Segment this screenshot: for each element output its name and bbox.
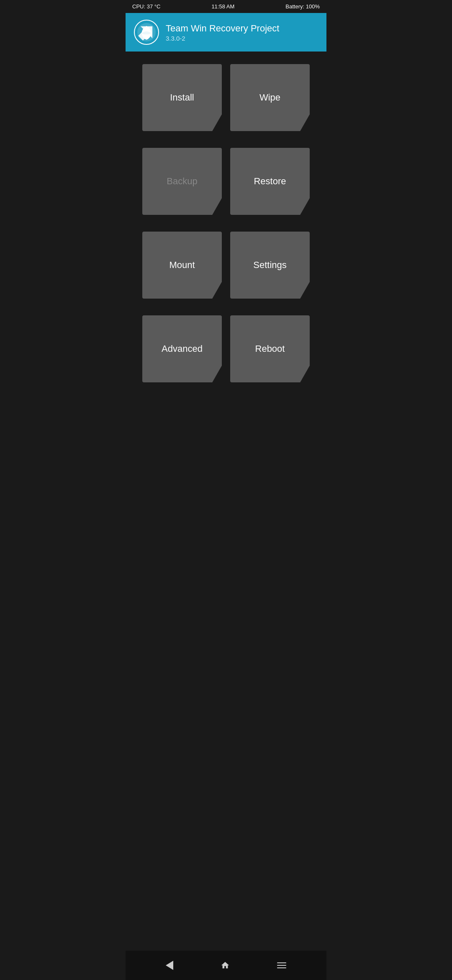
menu-nav-button[interactable] xyxy=(277,962,286,968)
time-display: 11:58 AM xyxy=(211,3,234,10)
app-title: Team Win Recovery Project xyxy=(166,23,279,34)
cpu-status: CPU: 37 °C xyxy=(132,3,160,10)
mount-button[interactable]: Mount xyxy=(142,232,222,299)
menu-icon xyxy=(277,962,286,968)
app-logo-icon xyxy=(134,20,159,45)
wipe-button[interactable]: Wipe xyxy=(230,64,310,131)
app-version: 3.3.0-2 xyxy=(166,35,279,42)
button-row-4: Advanced Reboot xyxy=(142,315,310,382)
nav-bar xyxy=(126,951,326,980)
menu-line-2 xyxy=(277,965,286,966)
install-button[interactable]: Install xyxy=(142,64,222,131)
home-icon xyxy=(221,961,230,970)
button-row-3: Mount Settings xyxy=(142,232,310,299)
battery-status: Battery: 100% xyxy=(285,3,320,10)
home-nav-button[interactable] xyxy=(221,961,230,970)
back-icon xyxy=(166,961,173,970)
menu-line-3 xyxy=(277,967,286,968)
button-row-1: Install Wipe xyxy=(142,64,310,131)
back-nav-button[interactable] xyxy=(166,961,173,970)
app-header: Team Win Recovery Project 3.3.0-2 xyxy=(126,13,326,52)
app-title-block: Team Win Recovery Project 3.3.0-2 xyxy=(166,23,279,42)
backup-button[interactable]: Backup xyxy=(142,148,222,215)
menu-line-1 xyxy=(277,962,286,963)
main-content: Install Wipe Backup Restore Mount Settin… xyxy=(126,52,326,951)
button-row-2: Backup Restore xyxy=(142,148,310,215)
status-bar: CPU: 37 °C 11:58 AM Battery: 100% xyxy=(126,0,326,13)
settings-button[interactable]: Settings xyxy=(230,232,310,299)
reboot-button[interactable]: Reboot xyxy=(230,315,310,382)
advanced-button[interactable]: Advanced xyxy=(142,315,222,382)
restore-button[interactable]: Restore xyxy=(230,148,310,215)
